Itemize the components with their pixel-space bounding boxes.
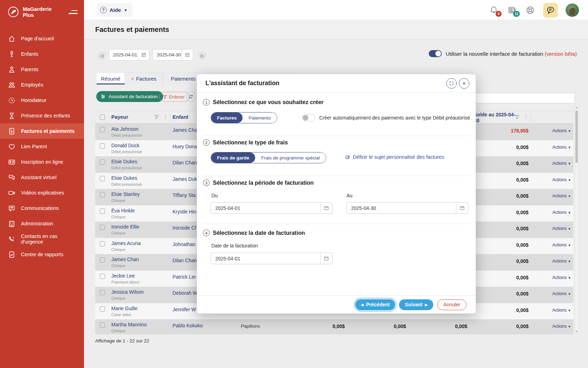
row-actions-button[interactable]: Actions ▼ (552, 145, 571, 150)
child-name: Pablo Kokoko (173, 323, 203, 328)
row-checkbox[interactable] (100, 225, 105, 230)
next-button[interactable]: Suivant▶ (399, 299, 433, 310)
segment-factures[interactable]: Factures (211, 113, 243, 123)
row-checkbox[interactable] (100, 159, 105, 165)
sidebar-item-12[interactable]: Administration (0, 216, 84, 231)
billing-date-input[interactable] (211, 253, 320, 264)
sidebar-item-label: Communications (21, 205, 59, 211)
row-actions-button[interactable]: Actions ▼ (552, 243, 571, 247)
segment-frais-garde[interactable]: Frais de garde (211, 152, 255, 163)
row-actions-button[interactable]: Actions ▼ (552, 226, 571, 231)
sidebar-item-8[interactable]: Inscription en ligne (0, 154, 84, 170)
calendar-icon[interactable] (320, 203, 332, 213)
row-checkbox[interactable] (100, 127, 105, 132)
notifications-bell-icon[interactable]: 4 (489, 5, 499, 15)
segment-frais-programme[interactable]: Frais de programme spécial (255, 152, 326, 163)
row-checkbox[interactable] (100, 176, 105, 181)
row-actions-button[interactable]: Actions ▼ (552, 193, 571, 198)
help-disc-icon[interactable] (525, 5, 536, 15)
period-from-field[interactable] (211, 202, 332, 214)
tab-resume[interactable]: Résumé (96, 73, 125, 84)
row-actions-button[interactable]: Actions ▼ (552, 275, 571, 280)
date-to-input[interactable] (153, 49, 182, 60)
auto-payment-toggle[interactable] (302, 114, 315, 121)
sidebar-item-4[interactable]: Horodateur (0, 93, 84, 108)
message-icon (8, 204, 15, 212)
row-checkbox[interactable] (100, 306, 105, 312)
refresh-button[interactable] (186, 91, 196, 102)
filter-icon[interactable] (514, 114, 520, 121)
tab-paiements[interactable]: Paiements (163, 73, 201, 84)
next-period-button[interactable]: ▷ (198, 51, 207, 60)
row-actions-button[interactable]: Actions ▼ (552, 324, 571, 329)
date-from-field[interactable] (109, 49, 149, 61)
notifications-badge: 4 (496, 11, 502, 17)
sidebar-item-6[interactable]: Factures et paiements (0, 123, 84, 139)
col-enfant[interactable]: Enfant (173, 114, 188, 120)
date-from-input[interactable] (109, 49, 138, 60)
prev-period-button[interactable]: ◁ (97, 51, 106, 60)
sidebar-item-1[interactable]: Enfants (0, 46, 84, 62)
row-checkbox[interactable] (100, 290, 105, 295)
help-button[interactable]: ? Aide ▼ (97, 3, 132, 17)
calendar-icon[interactable] (182, 49, 193, 60)
sidebar-item-14[interactable]: Centre de rapports (0, 247, 84, 262)
row-actions-button[interactable]: Actions ▼ (552, 128, 571, 133)
segment-paiements[interactable]: Paiements (243, 113, 277, 123)
sidebar-collapse-icon[interactable] (68, 10, 78, 14)
balance-cell: 0,00$ (497, 307, 528, 313)
new-interface-toggle[interactable] (429, 50, 442, 57)
row-actions-button[interactable]: Actions ▼ (552, 308, 571, 313)
period-to-field[interactable] (346, 202, 468, 214)
scroll-down-icon[interactable]: ▼ (575, 330, 578, 333)
period-to-input[interactable] (347, 203, 456, 213)
previous-button[interactable]: ◀Précédent (355, 299, 395, 310)
row-checkbox[interactable] (100, 274, 105, 279)
sidebar-item-5[interactable]: Présence des enfants (0, 108, 84, 123)
row-checkbox[interactable] (100, 209, 105, 214)
billing-date-field[interactable] (211, 253, 332, 264)
avatar[interactable] (566, 4, 579, 17)
cancel-button[interactable]: Annuler (437, 299, 467, 310)
filter-icon[interactable] (154, 114, 159, 121)
sidebar-item-3[interactable]: Employés (0, 77, 84, 93)
tab-factures[interactable]: Factures (125, 73, 162, 84)
news-icon[interactable]: 11 (507, 5, 517, 15)
row-actions-button[interactable]: Actions ▼ (552, 259, 571, 264)
col-payeur[interactable]: Payeur (111, 114, 128, 120)
row-checkbox[interactable] (100, 192, 105, 197)
sidebar-item-11[interactable]: Communications (0, 200, 84, 216)
calendar-icon[interactable] (138, 49, 149, 60)
row-actions-button[interactable]: Actions ▼ (552, 210, 571, 215)
sidebar-item-10[interactable]: Vidéos explicatives (0, 185, 84, 200)
sidebar-item-13[interactable]: Contacts en cas d'urgence (0, 231, 84, 247)
assistant-facturation-button[interactable]: Assistant de facturation (96, 91, 163, 102)
row-checkbox[interactable] (100, 143, 105, 149)
scrollbar-thumb[interactable] (575, 110, 578, 163)
sidebar-item-2[interactable]: Parents (0, 62, 84, 77)
table-scrollbar[interactable]: ▲ ▼ (575, 105, 579, 334)
close-button[interactable] (459, 78, 469, 89)
calendar-icon[interactable] (456, 203, 468, 213)
remove-filter-button[interactable]: Enlever (159, 92, 189, 102)
sidebar-item-0[interactable]: Page d'accueil (0, 31, 84, 46)
row-checkbox[interactable] (100, 241, 105, 246)
row-checkbox[interactable] (100, 257, 105, 263)
custom-subject-link[interactable]: Définir le sujet personnalisé des factur… (345, 154, 444, 160)
select-all-checkbox[interactable] (100, 115, 105, 120)
chat-bubble-icon[interactable] (543, 3, 558, 18)
calendar-icon[interactable] (320, 253, 332, 264)
row-actions-button[interactable]: Actions ▼ (552, 161, 571, 166)
scroll-up-icon[interactable]: ▲ (575, 106, 578, 109)
kebab-icon[interactable]: ⋮ (524, 114, 528, 120)
col-solde[interactable]: Solde au 2025-04-30 (474, 112, 519, 124)
sidebar-item-7[interactable]: Lien Parent (0, 139, 84, 154)
row-actions-button[interactable]: Actions ▼ (552, 177, 571, 182)
expand-button[interactable] (446, 78, 457, 89)
date-to-field[interactable] (153, 49, 193, 61)
kebab-icon[interactable]: ⋮ (163, 114, 168, 120)
period-from-input[interactable] (211, 203, 320, 213)
row-checkbox[interactable] (100, 322, 105, 328)
row-actions-button[interactable]: Actions ▼ (552, 291, 571, 296)
sidebar-item-9[interactable]: Assistant virtuel (0, 170, 84, 185)
